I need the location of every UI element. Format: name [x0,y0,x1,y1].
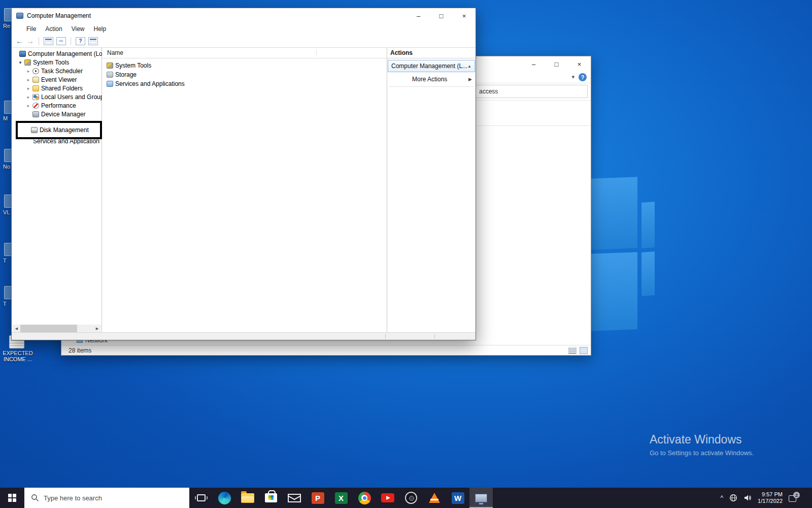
view-toggles [568,347,588,354]
vlc-icon [429,493,440,503]
help-icon[interactable]: ? [76,37,85,45]
taskbar-app-vlc[interactable] [423,488,446,508]
list-item-system-tools[interactable]: System Tools [102,61,387,70]
tree-root-computer-management[interactable]: Computer Management (Local [13,49,101,58]
tree-item-local-users-groups[interactable]: ▸ Local Users and Groups [13,92,101,101]
chevron-right-icon[interactable]: ▸ [24,77,32,82]
menu-file[interactable]: File [22,25,41,33]
watermark-line2: Go to Settings to activate Windows. [650,449,754,457]
taskbar-app-camera[interactable] [399,488,423,508]
taskbar-search-input[interactable]: Type here to search [24,488,189,508]
clock-date: 1/17/2022 [758,498,783,504]
title-bar[interactable]: Computer Management – □ × [12,8,476,23]
scrollbar-thumb[interactable] [20,325,77,332]
task-view-button[interactable] [189,488,213,508]
status-divider [434,334,435,339]
speaker-icon[interactable] [743,494,752,502]
taskbar-clock[interactable]: 9:57 PM 1/17/2022 [758,491,783,504]
maximize-icon[interactable]: □ [545,56,568,72]
menu-view[interactable]: View [67,25,89,33]
maximize-icon[interactable]: □ [430,8,453,23]
file-explorer-icon [241,493,254,503]
tree-item-system-tools[interactable]: ▾ System Tools [13,58,101,67]
minimize-icon[interactable]: – [407,8,430,23]
search-icon [31,494,39,502]
chevron-right-icon[interactable]: ▸ [24,69,32,74]
collapse-icon[interactable]: ▲ [467,64,471,69]
show-actions-pane-icon[interactable] [88,37,98,45]
chevron-right-icon[interactable]: ▸ [24,86,32,91]
column-header-row: Name [102,48,387,58]
task-view-icon [197,494,206,501]
chevron-down-icon[interactable]: ▾ [16,60,24,65]
tree-item-event-viewer[interactable]: ▸ Event Viewer [13,75,101,84]
scroll-right-icon[interactable]: ▶ [93,325,101,332]
items-count: 28 items [69,347,91,354]
tree-item-performance[interactable]: ▸ Performance [13,101,101,110]
window-title: Computer Management [27,12,407,19]
actions-pane: Actions Computer Management (L... ▲ More… [387,48,476,332]
help-icon[interactable]: ? [579,73,587,81]
taskbar-app-computer-management-active[interactable] [469,488,493,508]
explorer-status-bar: 28 items [61,345,591,355]
device-manager-icon [32,111,39,117]
tree-item-shared-folders[interactable]: ▸ Shared Folders [13,84,101,92]
taskbar-app-excel[interactable]: X [329,488,353,508]
horizontal-scrollbar[interactable]: ◀ ▶ [13,325,101,332]
taskbar-app-file-explorer[interactable] [236,488,259,508]
windows-logo [590,176,656,333]
details-view-icon[interactable] [568,347,577,354]
taskbar-app-mail[interactable] [283,488,306,508]
users-icon [32,94,39,100]
column-header-name[interactable]: Name [107,49,123,56]
disk-management-icon [31,127,38,133]
actions-group-computer-management[interactable]: Computer Management (L... ▲ [388,60,475,72]
tree-item-disk-management[interactable]: Disk Management [18,125,100,134]
services-icon [107,81,113,87]
menu-action[interactable]: Action [41,25,66,33]
list-item-services-applications[interactable]: Services and Applications [102,79,387,88]
notification-center-button[interactable]: 2 [789,493,799,502]
taskbar-app-edge[interactable] [213,488,236,508]
windows-logo-pane [641,251,655,296]
activate-watermark: Activate Windows Go to Settings to activ… [650,433,754,457]
taskbar-app-word[interactable]: W [446,488,469,508]
ribbon-collapse-icon[interactable]: ▾ [571,74,574,80]
back-icon[interactable]: ← [16,37,23,45]
taskbar-app-chrome[interactable] [353,488,376,508]
desktop: Activate Windows Go to Settings to activ… [0,0,812,508]
list-item-storage[interactable]: Storage [102,70,387,79]
minimize-icon[interactable]: – [522,56,545,72]
taskbar-app-store[interactable] [259,488,283,508]
taskbar-app-youtube[interactable] [376,488,399,508]
thumbnail-view-icon[interactable] [580,347,588,354]
start-button[interactable] [0,488,24,508]
event-viewer-icon [32,77,39,83]
menu-help[interactable]: Help [89,25,111,33]
tree-item-task-scheduler[interactable]: ▸ Task Scheduler [13,67,101,75]
windows-logo-pane [590,252,637,331]
close-icon[interactable]: × [453,8,476,23]
network-globe-icon[interactable] [729,494,737,502]
show-console-tree-icon[interactable] [44,37,53,45]
windows-logo-pane [641,202,655,248]
notification-badge: 2 [793,492,800,498]
search-text: access [479,88,498,95]
chevron-right-icon[interactable]: ▸ [24,94,32,100]
scroll-left-icon[interactable]: ◀ [13,325,20,332]
window-status-strip [12,332,476,340]
tree-item-services-clipped[interactable]: Services and Applications [33,140,100,144]
hidden-icons-chevron[interactable]: ^ [720,494,723,501]
mail-icon [288,494,301,502]
taskbar-app-powerpoint[interactable]: P [306,488,329,508]
export-list-icon[interactable]: ⇨ [56,37,66,45]
shared-folders-icon [32,85,39,91]
chevron-right-icon[interactable]: ▸ [24,103,32,108]
tree-item-device-manager[interactable]: Device Manager [13,110,101,118]
more-actions-item[interactable]: More Actions ▶ [388,74,475,84]
close-icon[interactable]: × [568,56,591,72]
camera-lens-icon [405,492,417,504]
column-divider[interactable] [316,49,317,56]
forward-icon[interactable]: → [26,37,34,45]
submenu-arrow-icon: ▶ [468,77,472,82]
